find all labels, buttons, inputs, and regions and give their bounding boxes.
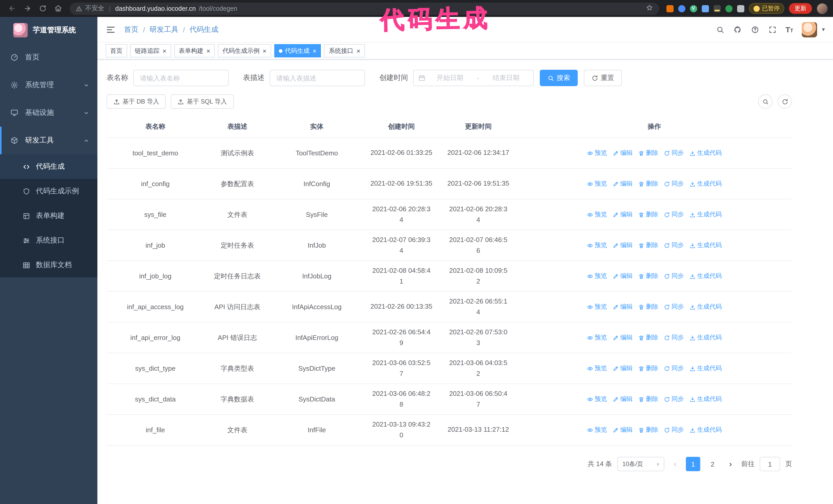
generate-code-link[interactable]: 生成代码	[689, 333, 722, 342]
avatar-caret-icon[interactable]: ▾	[822, 26, 825, 33]
prev-page-button[interactable]: ‹	[669, 460, 681, 468]
paused-badge[interactable]: 已暂停	[749, 3, 784, 14]
delete-link[interactable]: 删除	[638, 426, 658, 434]
preview-link[interactable]: 预览	[587, 179, 607, 188]
fullscreen-icon[interactable]	[768, 25, 777, 34]
browser-home-button[interactable]	[51, 2, 65, 15]
sync-link[interactable]: 同步	[664, 364, 684, 373]
search-button[interactable]: 搜索	[540, 70, 578, 86]
edit-link[interactable]: 编辑	[613, 149, 633, 158]
extension-icon-2[interactable]	[678, 5, 685, 12]
next-page-button[interactable]: ›	[725, 460, 736, 468]
search-icon[interactable]	[716, 25, 724, 34]
generate-code-link[interactable]: 生成代码	[689, 149, 722, 158]
font-size-icon[interactable]: TT	[785, 26, 793, 33]
breadcrumb-dev-tools[interactable]: 研发工具	[150, 25, 178, 34]
preview-link[interactable]: 预览	[587, 426, 607, 434]
extension-icon-1[interactable]	[666, 5, 673, 12]
address-bar[interactable]: 不安全 | dashboard.yudao.iocoder.cn/tool/co…	[70, 2, 659, 15]
user-avatar[interactable]	[802, 22, 817, 37]
delete-link[interactable]: 删除	[638, 210, 658, 219]
table-name-input[interactable]	[133, 70, 229, 86]
sync-link[interactable]: 同步	[664, 149, 684, 158]
edit-link[interactable]: 编辑	[613, 364, 633, 373]
close-icon[interactable]: ×	[206, 47, 210, 54]
sidebar-item-form-builder[interactable]: 表单构建	[0, 203, 97, 228]
toggle-search-button[interactable]	[758, 94, 772, 109]
extensions-puzzle-icon[interactable]	[737, 5, 744, 12]
tab-home[interactable]: 首页	[105, 44, 127, 57]
vue-devtools-icon[interactable]: V	[690, 5, 697, 12]
delete-link[interactable]: 删除	[638, 364, 658, 373]
browser-back-button[interactable]	[5, 2, 19, 15]
browser-reload-button[interactable]	[36, 2, 49, 15]
page-size-select[interactable]: 10条/页▾	[617, 457, 664, 471]
sidebar-item-db-doc[interactable]: 数据库文档	[0, 253, 97, 278]
preview-link[interactable]: 预览	[587, 333, 607, 342]
browser-update-button[interactable]: 更新	[789, 3, 812, 14]
sync-link[interactable]: 同步	[664, 210, 684, 219]
edit-link[interactable]: 编辑	[613, 210, 633, 219]
close-icon[interactable]: ×	[163, 47, 166, 54]
delete-link[interactable]: 删除	[638, 395, 658, 404]
page-button-2[interactable]: 2	[705, 457, 720, 471]
sync-link[interactable]: 同步	[664, 426, 684, 434]
sidebar-item-infrastructure[interactable]: 基础设施	[0, 99, 97, 127]
date-range-picker[interactable]: 开始日期 - 结束日期	[413, 70, 533, 86]
edit-link[interactable]: 编辑	[613, 426, 633, 434]
tab-link-tracing[interactable]: 链路追踪×	[130, 44, 171, 57]
refresh-table-button[interactable]	[778, 94, 792, 109]
tab-system-api[interactable]: 系统接口×	[324, 44, 365, 57]
preview-link[interactable]: 预览	[587, 272, 607, 281]
delete-link[interactable]: 删除	[638, 272, 658, 281]
edit-link[interactable]: 编辑	[613, 272, 633, 281]
sidebar-item-dev-tools[interactable]: 研发工具	[0, 127, 97, 154]
tab-form-builder[interactable]: 表单构建×	[174, 44, 215, 57]
sync-link[interactable]: 同步	[664, 179, 684, 188]
extension-icon-4[interactable]	[701, 5, 709, 12]
tab-code-generation[interactable]: 代码生成×	[274, 44, 321, 57]
hamburger-icon[interactable]	[105, 24, 116, 34]
generate-code-link[interactable]: 生成代码	[689, 179, 722, 188]
goto-page-input[interactable]	[760, 457, 780, 471]
browser-profile-avatar[interactable]	[816, 3, 828, 14]
generate-code-link[interactable]: 生成代码	[689, 426, 722, 434]
sync-link[interactable]: 同步	[664, 272, 684, 281]
sync-link[interactable]: 同步	[664, 333, 684, 342]
table-desc-input[interactable]	[270, 70, 365, 86]
close-icon[interactable]: ×	[313, 47, 316, 54]
question-icon[interactable]	[751, 25, 759, 34]
generate-code-link[interactable]: 生成代码	[689, 272, 722, 281]
reset-button[interactable]: 重置	[584, 70, 622, 86]
preview-link[interactable]: 预览	[587, 210, 607, 219]
preview-link[interactable]: 预览	[587, 149, 607, 158]
end-date-placeholder[interactable]: 结束日期	[484, 73, 528, 82]
sidebar-item-system-api[interactable]: 系统接口	[0, 228, 97, 253]
generate-code-link[interactable]: 生成代码	[689, 303, 722, 311]
delete-link[interactable]: 删除	[638, 149, 658, 158]
sidebar-item-system-management[interactable]: 系统管理	[0, 71, 97, 99]
preview-link[interactable]: 预览	[587, 364, 607, 373]
edit-link[interactable]: 编辑	[613, 241, 633, 250]
page-button-1[interactable]: 1	[686, 457, 700, 471]
generate-code-link[interactable]: 生成代码	[689, 241, 722, 250]
close-icon[interactable]: ×	[262, 47, 266, 54]
sync-link[interactable]: 同步	[664, 241, 684, 250]
generate-code-link[interactable]: 生成代码	[689, 395, 722, 404]
delete-link[interactable]: 删除	[638, 241, 658, 250]
delete-link[interactable]: 删除	[638, 303, 658, 311]
edit-link[interactable]: 编辑	[613, 395, 633, 404]
browser-forward-button[interactable]	[21, 2, 34, 15]
github-icon[interactable]	[733, 25, 742, 34]
close-icon[interactable]: ×	[357, 47, 360, 54]
generate-code-link[interactable]: 生成代码	[689, 210, 722, 219]
preview-link[interactable]: 预览	[587, 303, 607, 311]
sync-link[interactable]: 同步	[664, 395, 684, 404]
sidebar-item-home[interactable]: 首页	[0, 44, 97, 71]
sync-link[interactable]: 同步	[664, 303, 684, 311]
delete-link[interactable]: 删除	[638, 333, 658, 342]
edit-link[interactable]: 编辑	[613, 179, 633, 188]
tab-codegen-example[interactable]: 代码生成示例×	[218, 44, 271, 57]
bookmark-star-icon[interactable]	[646, 4, 653, 13]
extension-icon-6[interactable]	[725, 5, 732, 12]
